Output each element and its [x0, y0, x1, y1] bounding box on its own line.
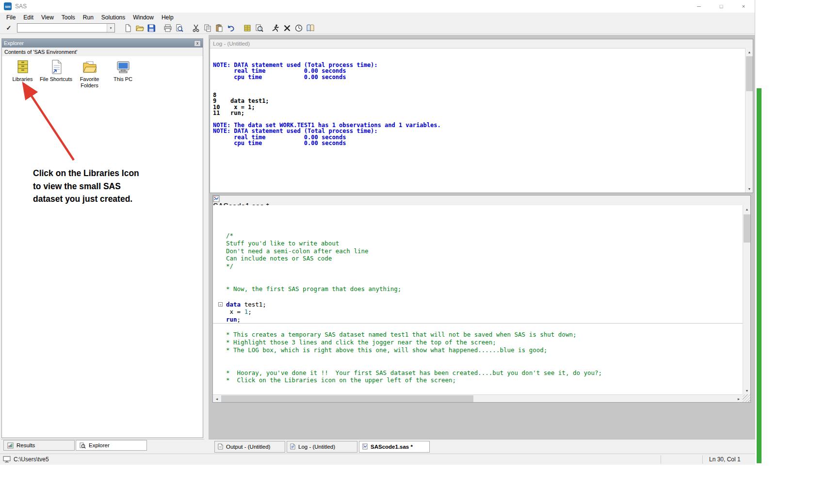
explorer-item-file-shortcuts[interactable]: File Shortcuts: [39, 59, 73, 89]
break-button[interactable]: [293, 23, 305, 33]
scroll-up-icon[interactable]: ▲: [745, 48, 753, 56]
code-line: run;: [213, 316, 743, 324]
log-window: Log - (Untitled) NOTE: DATA statement us…: [210, 39, 753, 193]
command-bar: ▼: [17, 23, 115, 33]
new-button[interactable]: [122, 23, 134, 33]
cut-button[interactable]: [190, 23, 202, 33]
explorer-item-this-pc[interactable]: This PC: [106, 59, 140, 89]
explorer-item-libraries[interactable]: Libraries: [6, 59, 39, 89]
menu-tools[interactable]: Tools: [58, 13, 79, 22]
scroll-down-icon[interactable]: ▼: [743, 387, 751, 394]
code-line: * The LOG box, which is right above this…: [213, 346, 743, 354]
tab-explorer[interactable]: Explorer: [76, 440, 147, 451]
scroll-up-icon[interactable]: ▲: [743, 205, 751, 213]
submit-button[interactable]: [270, 23, 281, 33]
output-window-icon: [218, 443, 223, 450]
command-input[interactable]: [17, 24, 107, 32]
copy-button[interactable]: [202, 23, 213, 33]
explorer-content[interactable]: Libraries File Shortcuts Favorite Folder…: [2, 56, 203, 438]
libraries-icon: [15, 59, 31, 75]
print-preview-button[interactable]: [174, 23, 185, 33]
log-line: cpu time 0.00 seconds: [213, 74, 745, 80]
maximize-button[interactable]: □: [710, 0, 732, 13]
tab-editor-window[interactable]: SAScode1.sas *: [359, 441, 430, 453]
tab-log-window[interactable]: Log - (Untitled): [287, 441, 357, 453]
tab-output-window[interactable]: Output - (Untitled): [214, 441, 285, 453]
code-token: ;: [248, 308, 252, 315]
save-button[interactable]: [146, 23, 157, 33]
code-line: [213, 293, 743, 301]
sas-explorer-button[interactable]: [253, 23, 265, 33]
menu-view[interactable]: View: [37, 13, 58, 22]
scroll-left-icon[interactable]: ◄: [213, 395, 221, 403]
explorer-window: Explorer x Contents of 'SAS Environment'…: [1, 38, 203, 438]
scrollbar-thumb[interactable]: [744, 214, 750, 243]
scrollbar-thumb[interactable]: [746, 56, 753, 91]
menu-window[interactable]: Window: [129, 13, 158, 22]
explorer-close-button[interactable]: x: [194, 40, 201, 47]
menu-solutions[interactable]: Solutions: [97, 13, 129, 22]
resize-gripper[interactable]: [743, 394, 750, 402]
menu-file[interactable]: File: [2, 13, 19, 22]
code-line: [213, 270, 743, 278]
scrollbar-thumb[interactable]: [221, 395, 473, 402]
editor-vertical-scrollbar[interactable]: ▲ ▼: [743, 205, 750, 394]
log-content[interactable]: NOTE: DATA statement used (Total process…: [210, 48, 745, 193]
title-bar[interactable]: sas SAS ─ □ ×: [0, 0, 755, 13]
close-button[interactable]: ×: [732, 0, 755, 13]
help-button[interactable]: [305, 23, 316, 33]
code-line: Can include notes or SAS code: [213, 255, 743, 262]
explorer-item-grid: Libraries File Shortcuts Favorite Folder…: [2, 56, 203, 89]
menu-help[interactable]: Help: [158, 13, 178, 22]
menu-edit[interactable]: Edit: [19, 13, 37, 22]
paste-button[interactable]: [213, 23, 225, 33]
tab-results[interactable]: Results: [3, 440, 75, 451]
scroll-down-icon[interactable]: ▼: [745, 185, 753, 193]
open-button[interactable]: [134, 23, 146, 33]
scroll-right-icon[interactable]: ►: [735, 395, 743, 403]
log-title-bar[interactable]: Log - (Untitled): [210, 39, 753, 48]
code-line: Stuff you'd like to write about: [213, 240, 743, 247]
explorer-item-label: Libraries: [12, 76, 32, 82]
undo-button[interactable]: [225, 23, 237, 33]
editor-content[interactable]: /*Stuff you'd like to write aboutDon't n…: [213, 205, 743, 394]
code-line: /*: [213, 232, 743, 240]
statusbar-divider: [702, 455, 703, 464]
explorer-item-label: Favorite Folders: [80, 76, 99, 89]
log-vertical-scrollbar[interactable]: ▲ ▼: [745, 48, 753, 193]
explorer-title-bar[interactable]: Explorer x: [2, 39, 203, 48]
sas-program-icon: [213, 195, 750, 202]
command-check-button[interactable]: ✓: [3, 23, 15, 33]
code-line: [213, 278, 743, 286]
code-line: * Hooray, you've done it !! Your first S…: [213, 369, 743, 377]
command-dropdown-button[interactable]: ▼: [107, 24, 114, 32]
toolbar: ✓ ▼: [0, 22, 755, 34]
menu-bar: File Edit View Tools Run Solutions Windo…: [0, 13, 755, 22]
log-title: Log - (Untitled): [213, 41, 250, 47]
explorer-item-favorite-folders[interactable]: Favorite Folders: [73, 59, 106, 89]
collapse-minus-icon[interactable]: -: [218, 302, 223, 307]
log-window-icon: [290, 443, 295, 450]
menu-run[interactable]: Run: [79, 13, 97, 22]
code-line: [213, 354, 743, 361]
new-library-button[interactable]: [242, 23, 253, 33]
code-line: x = 1;: [213, 308, 743, 316]
editor-horizontal-scrollbar[interactable]: ◄ ►: [213, 394, 743, 402]
file-shortcuts-icon: [49, 59, 64, 75]
explorer-magnifier-icon: [255, 24, 263, 33]
explorer-tab-icon: [80, 442, 86, 449]
explorer-title: Explorer: [4, 40, 24, 46]
code-token: Don't need a semi-colon after each line: [226, 247, 369, 255]
tab-label: Results: [16, 442, 35, 448]
clear-all-button[interactable]: [281, 23, 293, 33]
code-token: data: [226, 301, 241, 308]
annotation-text: Click on the Libraries Icon to view the …: [33, 167, 139, 206]
code-token: /*: [226, 232, 233, 239]
code-line: [213, 361, 743, 369]
code-line: * This creates a temporary SAS dataset n…: [213, 331, 743, 339]
minimize-button[interactable]: ─: [688, 0, 710, 13]
print-button[interactable]: [162, 23, 174, 33]
editor-window: SAScode1.sas * ─ × /*Stuff you'd like to…: [212, 195, 751, 403]
red-arrow-annotation: [2, 56, 203, 438]
tab-label: SAScode1.sas *: [371, 444, 413, 450]
